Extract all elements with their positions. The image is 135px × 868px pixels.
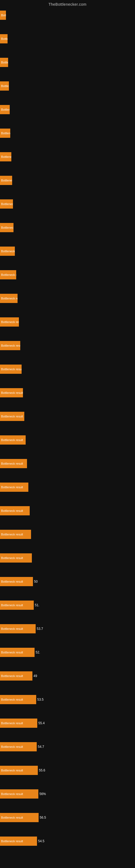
bar-label: Bottleneck result (1, 745, 23, 748)
bar-row: Bottleneck result54.5 (0, 834, 132, 848)
bar: Bottleneck result (0, 341, 20, 350)
bar-label: Bottleneck result (1, 273, 16, 276)
bar-label: Bottleneck result (1, 203, 13, 206)
bar-label: Bottleneck result (1, 250, 15, 253)
bar: Bottleneck result (0, 695, 36, 704)
bar-row: Bottleneck result (0, 457, 132, 471)
bar-label: Bottleneck result (1, 603, 23, 607)
bar: Bottleneck result (0, 506, 30, 516)
bar: Bottleneck result (0, 223, 13, 232)
bar-label: Bottleneck result (1, 651, 23, 654)
bar-row: Bottleneck result52. (0, 645, 132, 659)
bar-label: Bottleneck result (1, 674, 23, 678)
bar-row: Bottleneck result (0, 8, 132, 22)
bar-row: Bottleneck result (0, 339, 132, 352)
bar: Bottleneck result (0, 10, 6, 20)
bar-row: Bottleneck result (0, 102, 132, 117)
bar-row: Bottleneck result56.5 (0, 810, 132, 825)
bar-value: 53.5 (37, 698, 43, 702)
bar: Bottleneck result (0, 648, 35, 657)
bar-label: Bottleneck result (1, 533, 23, 536)
bar-row: Bottleneck result53.7 (0, 622, 132, 636)
bar-label: Bottleneck result (1, 556, 23, 560)
bar: Bottleneck result (0, 388, 23, 397)
bar-label: Bottleneck result (1, 37, 8, 40)
bar-value: 56.5 (40, 816, 46, 819)
bar-label: Bottleneck result (1, 839, 23, 843)
bar: Bottleneck result (0, 34, 8, 43)
bar-label: Bottleneck result (1, 627, 23, 630)
bar: Bottleneck result (0, 742, 37, 751)
bar-label: Bottleneck result (1, 226, 13, 229)
bar: Bottleneck result (0, 270, 16, 279)
bar-label: Bottleneck result (1, 131, 10, 135)
bar-label: Bottleneck result (1, 84, 9, 88)
bar-value: 49 (34, 674, 37, 678)
bar: Bottleneck result (0, 129, 10, 138)
bar: Bottleneck result (0, 199, 13, 209)
bar: Bottleneck result (0, 152, 11, 161)
bar-value: 54.5 (38, 839, 44, 843)
bar-row: Bottleneck result (0, 527, 132, 541)
bar-label: Bottleneck result (1, 391, 23, 394)
bar-row: Bottleneck result55.6 (0, 763, 132, 777)
bar-row: Bottleneck result (0, 126, 132, 140)
bar-label: Bottleneck result (1, 486, 23, 489)
bar: Bottleneck result (0, 813, 39, 822)
bar: Bottleneck result (0, 82, 9, 91)
bar-row: Bottleneck result (0, 79, 132, 93)
bar-label: Bottleneck result (1, 698, 23, 701)
bar-row: Bottleneck result (0, 504, 132, 518)
bar-label: Bottleneck result (1, 721, 23, 725)
bar-row: Bottleneck result (0, 220, 132, 235)
bar-row: Bottleneck result (0, 32, 132, 46)
bar: Bottleneck result (0, 317, 19, 327)
bar-label: Bottleneck result (1, 415, 23, 418)
bar: Bottleneck result (0, 671, 32, 681)
bar-row: Bottleneck result (0, 480, 132, 494)
bar-value: 55.6 (39, 769, 45, 772)
bar: Bottleneck result (0, 718, 37, 728)
site-title: TheBottlenecker.com (0, 0, 135, 8)
bar-row: Bottleneck result56% (0, 787, 132, 801)
bar-row: Bottleneck result (0, 150, 132, 164)
bar: Bottleneck result (0, 435, 26, 444)
bar-label: Bottleneck result (1, 297, 17, 300)
bar-row: Bottleneck result55.4 (0, 716, 132, 730)
bar-label: Bottleneck result (1, 13, 6, 17)
bar-row: Bottleneck result (0, 173, 132, 187)
bar-row: Bottleneck result (0, 291, 132, 305)
bar-value: 54.7 (38, 745, 44, 749)
bar-value: 56% (39, 792, 46, 796)
bar-label: Bottleneck result (1, 769, 23, 772)
bar-row: Bottleneck result49 (0, 669, 132, 683)
bar: Bottleneck result (0, 365, 21, 374)
bar: Bottleneck result (0, 530, 31, 539)
bar: Bottleneck result (0, 766, 38, 775)
bar-row: Bottleneck result (0, 197, 132, 211)
bar: Bottleneck result (0, 58, 8, 67)
bar-row: Bottleneck result (0, 315, 132, 329)
bar-value: 52. (36, 650, 40, 654)
bar-row: Bottleneck result50 (0, 575, 132, 589)
bar: Bottleneck result (0, 105, 10, 114)
bar-label: Bottleneck result (1, 816, 23, 819)
bar-label: Bottleneck result (1, 61, 8, 64)
bar-row: Bottleneck result (0, 551, 132, 565)
bar-label: Bottleneck result (1, 108, 10, 111)
bar-label: Bottleneck result (1, 792, 23, 796)
bar-row: Bottleneck result (0, 362, 132, 376)
bar-row: Bottleneck result54.7 (0, 740, 132, 754)
bar-value: 50 (34, 580, 38, 584)
bar-row: Bottleneck result (0, 55, 132, 69)
bar: Bottleneck result (0, 624, 36, 633)
bar-label: Bottleneck result (1, 179, 12, 182)
bar-label: Bottleneck result (1, 462, 23, 465)
bar: Bottleneck result (0, 412, 24, 421)
bar-row: Bottleneck result51. (0, 598, 132, 612)
bar: Bottleneck result (0, 483, 28, 492)
bar-label: Bottleneck result (1, 368, 21, 371)
bar-value: 51. (35, 603, 39, 607)
bar-value: 55.4 (38, 721, 45, 725)
bar-label: Bottleneck result (1, 580, 23, 583)
